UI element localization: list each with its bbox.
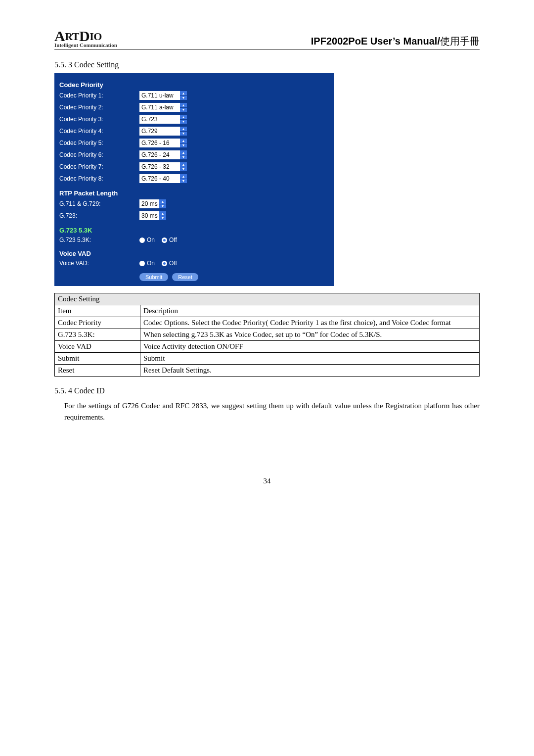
codec-setting-description-table: Codec Setting Item Description Codec Pri… (54, 293, 480, 377)
codec-priority-select[interactable]: G.729 ▲▼ (139, 127, 187, 136)
radio-label: Off (169, 260, 177, 267)
table-cell-item: Voice VAD (55, 341, 140, 353)
codec-priority-row: Codec Priority 7: G.726 - 32 ▲▼ (54, 161, 334, 173)
rtp-row: G.723: 30 ms ▲▼ (54, 210, 334, 222)
codec-priority-label: Codec Priority 4: (59, 128, 139, 135)
voice-vad-radio-on[interactable]: On (139, 260, 155, 267)
stepper-icon[interactable]: ▲▼ (180, 103, 187, 112)
table-cell-desc: Reset Default Settings. (140, 365, 480, 377)
codec-priority-row: Codec Priority 1: G.711 u-law ▲▼ (54, 90, 334, 101)
table-cell-item: G.723 5.3K: (55, 329, 140, 341)
rtp-row: G.711 & G.729: 20 ms ▲▼ (54, 198, 334, 210)
codec-priority-row: Codec Priority 4: G.729 ▲▼ (54, 125, 334, 137)
submit-button[interactable]: Submit (139, 273, 168, 281)
codec-priority-label: Codec Priority 3: (59, 116, 139, 123)
table-title: Codec Setting (55, 293, 480, 305)
table-row: Reset Reset Default Settings. (55, 365, 480, 377)
button-row: Submit Reset (54, 268, 334, 281)
stepper-icon[interactable]: ▲▼ (180, 150, 187, 159)
stepper-icon[interactable]: ▲▼ (180, 91, 187, 100)
select-value: G.723 (141, 116, 158, 123)
stepper-icon[interactable]: ▲▼ (159, 199, 166, 208)
g723-radio-group: On Off (139, 236, 177, 243)
select-value: G.711 u-law (141, 92, 174, 99)
voice-vad-radio-group: On Off (139, 260, 177, 267)
table-row: Submit Submit (55, 353, 480, 365)
logo-letter: IO (89, 30, 102, 43)
rtp-select[interactable]: 30 ms ▲▼ (139, 211, 166, 220)
codec-priority-select[interactable]: G.726 - 32 ▲▼ (139, 162, 187, 171)
table-cell-item: Codec Priority (55, 317, 140, 329)
g723-radio-off[interactable]: Off (162, 236, 177, 243)
radio-label: Off (169, 236, 177, 243)
table-cell-item: Submit (55, 353, 140, 365)
radio-icon (139, 261, 145, 266)
reset-button[interactable]: Reset (172, 273, 198, 281)
rtp-packet-length-title: RTP Packet Length (54, 185, 334, 198)
codec-priority-row: Codec Priority 5: G.726 - 16 ▲▼ (54, 137, 334, 149)
logo-wordmark: ARTDIO (54, 30, 117, 43)
voice-vad-row: Voice VAD: On Off (54, 258, 334, 268)
table-head-row: Codec Setting (55, 293, 480, 305)
codec-priority-select[interactable]: G.711 a-law ▲▼ (139, 103, 187, 112)
voice-vad-radio-off[interactable]: Off (162, 260, 177, 267)
select-value: G.726 - 24 (141, 151, 170, 158)
codec-priority-label: Codec Priority 5: (59, 140, 139, 146)
logo-tagline: Intelligent Communication (54, 42, 117, 48)
table-cell-desc: Codec Options. Select the Codec Priority… (140, 317, 480, 329)
codec-id-paragraph: For the settings of G726 Codec and RFC 2… (64, 400, 480, 423)
page-header: ARTDIO Intelligent Communication IPF2002… (54, 30, 480, 49)
radio-label: On (147, 236, 155, 243)
stepper-icon[interactable]: ▲▼ (180, 174, 187, 183)
table-col-item: Item (55, 305, 140, 317)
select-value: G.726 - 16 (141, 140, 170, 146)
voice-vad-row-label: Voice VAD: (59, 260, 139, 267)
radio-icon (162, 261, 167, 266)
codec-priority-label: Codec Priority 2: (59, 104, 139, 111)
table-cell-desc: Voice Activity detection ON/OFF (140, 341, 480, 353)
table-row: Codec Priority Codec Options. Select the… (55, 317, 480, 329)
codec-priority-select[interactable]: G.726 - 40 ▲▼ (139, 174, 187, 183)
codec-priority-title: Codec Priority (54, 76, 334, 90)
document-title: IPF2002PoE User’s Manual/使用手冊 (311, 35, 480, 48)
codec-priority-select[interactable]: G.711 u-law ▲▼ (139, 91, 187, 100)
table-header-row: Item Description (55, 305, 480, 317)
select-value: 30 ms (141, 212, 158, 219)
codec-priority-row: Codec Priority 2: G.711 a-law ▲▼ (54, 101, 334, 113)
select-value: G.726 - 40 (141, 175, 170, 182)
logo: ARTDIO Intelligent Communication (54, 30, 117, 48)
document-title-cjk: 使用手冊 (440, 36, 480, 47)
select-value: G.711 a-law (141, 104, 174, 111)
stepper-icon[interactable]: ▲▼ (180, 127, 187, 136)
table-row: Voice VAD Voice Activity detection ON/OF… (55, 341, 480, 353)
codec-priority-select[interactable]: G.723 ▲▼ (139, 115, 187, 124)
select-value: G.726 - 32 (141, 163, 170, 170)
stepper-icon[interactable]: ▲▼ (180, 139, 187, 147)
document-title-main: IPF2002PoE User’s Manual (311, 36, 438, 47)
select-value: 20 ms (141, 200, 158, 207)
stepper-icon[interactable]: ▲▼ (180, 162, 187, 171)
table-col-desc: Description (140, 305, 480, 317)
codec-priority-label: Codec Priority 6: (59, 151, 139, 158)
codec-priority-select[interactable]: G.726 - 24 ▲▼ (139, 150, 187, 159)
rtp-row-label: G.711 & G.729: (59, 200, 139, 207)
codec-priority-row: Codec Priority 8: G.726 - 40 ▲▼ (54, 173, 334, 185)
section-heading-codec-id: 5.5. 4 Codec ID (54, 386, 480, 395)
section-heading-codec-setting: 5.5. 3 Codec Setting (54, 60, 480, 69)
stepper-icon[interactable]: ▲▼ (180, 115, 187, 124)
rtp-row-label: G.723: (59, 212, 139, 219)
table-cell-desc: When selecting g.723 5.3K as Voice Codec… (140, 329, 480, 341)
stepper-icon[interactable]: ▲▼ (159, 211, 166, 220)
voice-vad-title: Voice VAD (54, 245, 334, 258)
codec-settings-panel: Codec Priority Codec Priority 1: G.711 u… (54, 73, 334, 286)
g723-radio-on[interactable]: On (139, 236, 155, 243)
g723-row-label: G.723 5.3K: (59, 236, 139, 243)
radio-label: On (147, 260, 155, 267)
g723-title: G.723 5.3K (54, 222, 334, 235)
rtp-select[interactable]: 20 ms ▲▼ (139, 199, 166, 208)
codec-priority-label: Codec Priority 7: (59, 163, 139, 170)
codec-priority-label: Codec Priority 8: (59, 175, 139, 182)
codec-priority-label: Codec Priority 1: (59, 92, 139, 99)
codec-priority-select[interactable]: G.726 - 16 ▲▼ (139, 139, 187, 147)
table-cell-desc: Submit (140, 353, 480, 365)
